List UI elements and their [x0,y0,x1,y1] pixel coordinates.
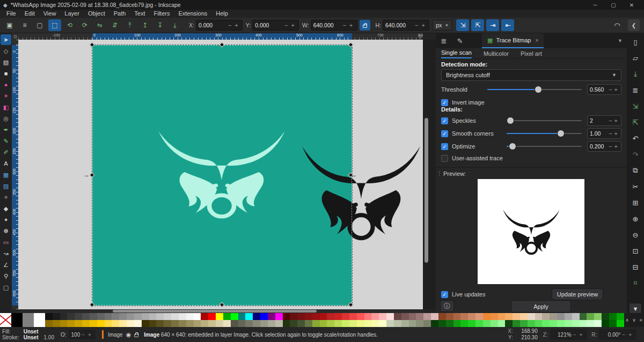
swatch-#cca400[interactable] [75,320,82,327]
swatch-#4c4c4c[interactable] [82,313,90,320]
height-input[interactable]: 640.000−+ [383,20,429,31]
swatch-#336633[interactable] [580,313,587,320]
ellipse-tool[interactable]: ● [1,79,11,90]
swatch-#bbbba8[interactable] [275,320,283,327]
stroke-value[interactable]: Unset [24,334,39,340]
y-increment[interactable]: + [290,22,296,28]
swatch-#bbfdbb[interactable] [580,320,587,327]
user-assisted-trace-checkbox[interactable] [441,155,448,162]
swatch-#c4c4c4[interactable] [156,313,164,320]
swatch-#000080[interactable] [253,313,260,320]
swatch-#a8a8a8[interactable] [565,313,572,320]
cut-icon[interactable]: ✂ [629,180,642,193]
raise-icon[interactable]: ↥ [138,19,151,31]
swatch-#223311[interactable] [283,320,290,327]
layer-visibility-icon[interactable]: ◉ [126,331,131,338]
smooth-corners-checkbox[interactable]: ✓ [441,130,448,137]
swatch-#888878[interactable] [253,320,260,327]
star-tool[interactable]: ✶ [1,91,11,101]
select-all-layers-icon[interactable]: ≡ [18,19,31,31]
xml-editor-icon[interactable]: ✎ [452,33,468,48]
swatch-#aacc44[interactable] [327,320,334,327]
swatch-#bb2222[interactable] [327,313,334,320]
swatch-#949494[interactable] [127,313,134,320]
swatch-#4a4010[interactable] [149,320,157,327]
restore-button[interactable]: ▢ [604,0,623,10]
swatch-#aa0000[interactable] [201,313,208,320]
swatch-#cc8866[interactable] [468,313,475,320]
collapse-toolbar-button[interactable]: ❮ [628,19,640,31]
swatch-#c8d0b8[interactable] [386,320,394,327]
drag-grip-icon[interactable]: ⋮ [437,170,442,176]
height-increment[interactable]: + [420,22,426,28]
optimize-input[interactable]: 0.200−+ [587,141,621,152]
swatch-#771111[interactable] [297,313,305,320]
swatch-#f09044[interactable] [491,313,498,320]
swatch-#ee4444[interactable] [349,313,357,320]
tab-pixel-art[interactable]: Pixel art [521,50,542,58]
swatch-#5a5020[interactable] [156,320,164,327]
zoom-tool[interactable]: ⚲ [1,271,11,281]
threshold-slider[interactable] [487,86,582,93]
swatch-#991111[interactable] [312,313,320,320]
x-decrement[interactable]: − [226,22,233,28]
fill-value[interactable]: Unset [24,329,39,334]
swatch-#404040[interactable] [75,313,82,320]
objects-panel-icon[interactable]: ≣ [436,33,452,48]
swatch-#fff2c8[interactable] [127,320,134,327]
close-button[interactable]: ✕ [623,0,641,10]
move-patterns-toggle-icon[interactable]: ⇤ [501,19,514,31]
swatch-#20d020[interactable] [468,320,475,327]
opacity-input[interactable]: 100−+ [69,330,96,339]
swatch-#b8a898[interactable] [542,313,550,320]
swatch-#114411[interactable] [505,320,513,327]
mesh-tool[interactable]: ▨ [1,181,11,191]
pages-tool[interactable]: ▢ [1,282,11,293]
minimize-button[interactable]: ─ [586,0,604,10]
invert-image-checkbox[interactable]: ✓ [441,99,448,106]
swatch-#9a7a00[interactable] [53,320,60,327]
scale-corners-toggle-icon[interactable]: ⇱ [471,19,484,31]
slider-knob[interactable] [509,143,516,150]
swatch-#d0d0d0[interactable] [164,313,171,320]
rotate-ccw-icon[interactable]: ⟲ [63,19,76,31]
optimize-slider[interactable] [507,143,582,150]
swatch-#a09888[interactable] [550,313,557,320]
swatch-#00ffff[interactable] [245,313,253,320]
swatch-#334422[interactable] [290,320,297,327]
swatch-#ffe9a0[interactable] [119,320,127,327]
update-preview-button[interactable]: Update preview [552,288,603,300]
paint-bucket-tool[interactable]: ◆ [1,203,11,214]
swatch-#ffffff[interactable] [34,313,45,327]
swatch-#7c7c7c[interactable] [112,313,119,320]
palette-scroll-down-icon[interactable]: ∨ [632,317,636,323]
swatch-#808080[interactable] [23,313,34,327]
lock-aspect-ratio-button[interactable] [360,20,370,31]
zoom-input[interactable]: 121%−+ [550,329,588,340]
swatch-#888888[interactable] [119,313,127,320]
undo-icon[interactable]: ↶ [629,132,642,145]
threshold-decrement[interactable]: − [608,86,613,93]
text-tool[interactable]: A [1,158,11,169]
slider-knob[interactable] [507,117,514,124]
swatch-#e8e8e8[interactable] [179,313,186,320]
swatch-#008080[interactable] [238,313,246,320]
swatch-#ccee66[interactable] [342,320,349,327]
swatch-#ffff00[interactable] [216,313,223,320]
tab-multicolor[interactable]: Multicolor [484,50,509,58]
swatch-#33aa33[interactable] [520,320,528,327]
y-input[interactable]: 0.000−+ [252,20,299,31]
layer-lock-icon[interactable] [134,334,138,337]
zoom-out-icon[interactable]: ⊖ [629,228,642,241]
swatch-#997777[interactable] [416,313,423,320]
swatch-#aa6644[interactable] [453,313,461,320]
detection-mode-dropdown[interactable]: Brightness cutoff ▼ [441,69,621,81]
swatch-none[interactable] [0,313,11,327]
spray-tool[interactable]: ❆ [1,226,11,236]
swatch-#00aa00[interactable] [223,313,231,320]
swatch-#aa8800[interactable] [60,320,68,327]
deselect-icon[interactable]: ▢ [33,19,46,31]
swatch-#00aa00[interactable] [617,313,624,320]
pencil-tool[interactable]: ✎ [1,136,11,146]
live-updates-checkbox[interactable]: ✓ [441,291,448,298]
